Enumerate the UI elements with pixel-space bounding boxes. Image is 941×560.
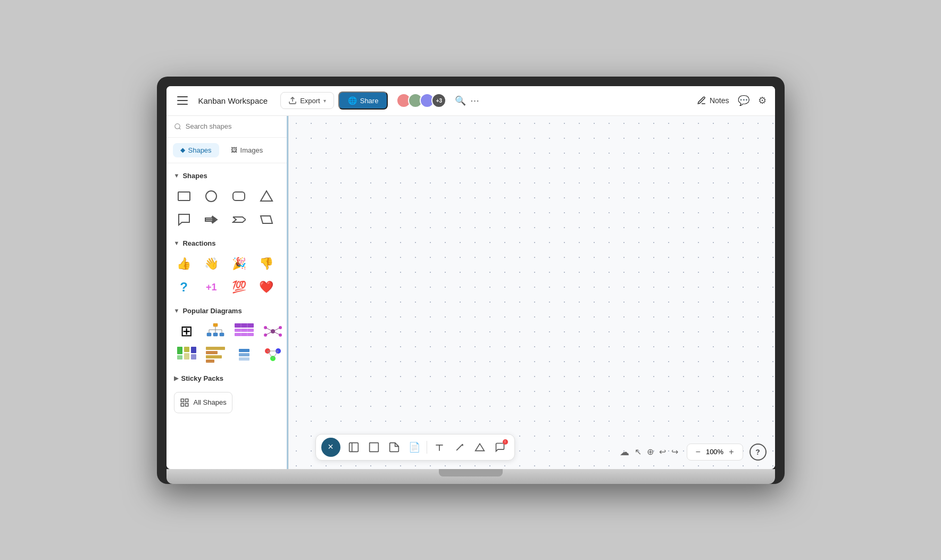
reaction-100[interactable]: 💯 <box>229 277 249 297</box>
grid-icon <box>180 398 189 407</box>
reaction-thumbsup[interactable]: 👍 <box>174 254 194 274</box>
settings-icon[interactable]: ⚙ <box>758 95 767 106</box>
svg-rect-17 <box>235 323 254 328</box>
sticky-packs-section-header[interactable]: ▶ Sticky Packs <box>166 370 288 387</box>
menu-button[interactable] <box>175 92 192 109</box>
main-area: ◆ Shapes 🖼 Images ▼ Shapes <box>166 116 775 469</box>
svg-line-30 <box>273 331 280 335</box>
svg-rect-33 <box>184 347 189 352</box>
all-shapes-button[interactable]: All Shapes <box>174 392 232 413</box>
shapes-section-header[interactable]: ▼ Shapes <box>166 168 288 184</box>
search-input[interactable] <box>186 122 281 130</box>
panel-toggle-tool[interactable] <box>345 438 363 456</box>
topbar-center: Export ▾ 🌐 Share +3 🔍 ⋯ <box>280 91 479 110</box>
sticky-note-tool-2[interactable]: 📄 <box>405 438 423 456</box>
bottom-right-controls: ☁ ↖ ⊕ ↩ ↪ − 100% + ? <box>620 444 767 461</box>
diagram-kanban[interactable] <box>174 345 199 365</box>
pen-icon <box>454 442 465 453</box>
reaction-heart[interactable]: ❤️ <box>256 277 277 297</box>
sticky-icon: 📄 <box>409 441 420 453</box>
diagram-mindmap[interactable] <box>231 345 257 365</box>
svg-rect-54 <box>349 442 358 452</box>
chevron-right-icon-sticky: ▶ <box>174 375 178 382</box>
svg-rect-39 <box>206 355 222 358</box>
triangle-tool[interactable] <box>471 438 489 456</box>
diagram-network[interactable] <box>260 321 286 341</box>
redo-icon[interactable]: ↪ <box>671 447 678 457</box>
avatar-count: +3 <box>431 93 446 108</box>
svg-marker-7 <box>213 216 217 223</box>
diagram-table[interactable] <box>231 321 257 341</box>
svg-rect-11 <box>213 333 218 336</box>
reactions-section-header[interactable]: ▼ Reactions <box>166 235 288 252</box>
tab-bar: ◆ Shapes 🖼 Images <box>166 138 288 163</box>
export-button[interactable]: Export ▾ <box>280 92 334 109</box>
diagram-other[interactable] <box>260 345 286 365</box>
globe-icon: 🌐 <box>348 96 357 105</box>
svg-rect-35 <box>191 347 196 353</box>
svg-line-27 <box>265 328 273 331</box>
avatars-group: +3 <box>396 93 446 108</box>
svg-rect-53 <box>185 403 188 406</box>
shape-rounded-rectangle[interactable] <box>229 186 249 206</box>
workspace-title: Kanban Workspace <box>198 96 268 105</box>
reaction-question[interactable]: ? <box>174 277 194 297</box>
shape-rectangle[interactable] <box>174 186 194 206</box>
svg-rect-9 <box>213 323 218 327</box>
laptop-base <box>166 469 775 484</box>
sticky-note-tool[interactable] <box>385 438 403 456</box>
diagram-flowchart[interactable]: ⊞ <box>174 321 199 341</box>
popular-diagrams-section-header[interactable]: ▼ Popular Diagrams <box>166 303 288 319</box>
tab-images[interactable]: 🖼 Images <box>223 143 271 157</box>
diamond-icon: ◆ <box>180 146 185 154</box>
reaction-wave[interactable]: 👋 <box>201 254 221 274</box>
toolbar-separator-1 <box>427 441 427 454</box>
shape-circle[interactable] <box>201 186 221 206</box>
image-icon: 🖼 <box>231 146 237 154</box>
close-button[interactable]: × <box>321 438 340 457</box>
frame-tool[interactable] <box>365 438 383 456</box>
cloud-icon[interactable]: ☁ <box>620 446 629 458</box>
notes-button[interactable]: Notes <box>697 96 729 105</box>
svg-line-58 <box>456 444 463 450</box>
sticky-note-icon <box>389 442 399 453</box>
shape-arrow[interactable] <box>201 210 221 230</box>
more-options-icon[interactable]: ⋯ <box>470 95 479 106</box>
pen-tool[interactable] <box>451 438 469 456</box>
tab-shapes[interactable]: ◆ Shapes <box>173 143 219 157</box>
move-icon[interactable]: ⊕ <box>647 447 654 457</box>
svg-rect-37 <box>206 347 225 350</box>
comment-icon[interactable]: 💬 <box>738 95 750 106</box>
reaction-plus1[interactable]: +1 <box>201 277 221 297</box>
shape-triangle[interactable] <box>256 186 277 206</box>
svg-marker-8 <box>261 216 272 223</box>
diagram-timeline[interactable] <box>203 345 228 365</box>
dot-grid <box>289 116 775 469</box>
diagram-org[interactable] <box>203 321 228 341</box>
svg-rect-12 <box>220 333 224 336</box>
shape-parallelogram[interactable] <box>256 210 277 230</box>
shape-chevron[interactable] <box>229 210 249 230</box>
shape-speech-bubble[interactable] <box>174 210 194 230</box>
reaction-party[interactable]: 🎉 <box>229 254 249 274</box>
svg-rect-10 <box>207 333 211 336</box>
canvas-area[interactable]: × <box>289 116 775 469</box>
zoom-level: 100% <box>706 448 723 456</box>
svg-point-1 <box>174 123 179 128</box>
share-button[interactable]: 🌐 Share <box>338 91 388 110</box>
zoom-plus-button[interactable]: + <box>727 447 736 457</box>
svg-rect-42 <box>239 353 249 356</box>
search-icon[interactable]: 🔍 <box>455 95 466 106</box>
comment-tool[interactable]: ! <box>491 438 509 456</box>
svg-rect-41 <box>239 349 249 352</box>
laptop-notch <box>439 469 503 477</box>
zoom-controls: − 100% + <box>687 444 743 461</box>
reaction-thumbsdown[interactable]: 👎 <box>256 254 277 274</box>
undo-icon[interactable]: ↩ <box>659 447 666 457</box>
svg-line-28 <box>273 328 280 331</box>
text-tool[interactable] <box>430 438 448 456</box>
zoom-minus-button[interactable]: − <box>694 447 703 457</box>
export-chevron-icon: ▾ <box>323 98 326 104</box>
help-button[interactable]: ? <box>750 444 767 461</box>
cursor-icon[interactable]: ↖ <box>635 447 642 457</box>
